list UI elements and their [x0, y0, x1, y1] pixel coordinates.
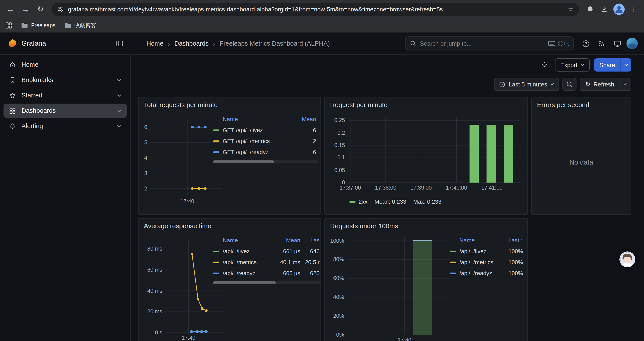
favorite-star-icon[interactable] — [538, 59, 550, 71]
y-axis-label: 40 ms — [141, 288, 162, 294]
time-range-picker[interactable]: Last 5 minutes — [494, 78, 559, 91]
legend-cell: 40.1 ms — [279, 259, 302, 265]
x-axis-label: 17:40:00 — [439, 185, 474, 191]
x-axis-label: 17:40 — [387, 337, 422, 341]
screen: ← → ↻ grafana.mathmast.com/d/deytv4rwava… — [0, 0, 644, 341]
legend-header[interactable]: Last * — [503, 237, 525, 243]
y-axis-label: 3 — [137, 170, 147, 176]
legend-row[interactable]: GET /api/_/livez6 — [213, 125, 318, 136]
sidebar-item-bookmarks[interactable]: Bookmarks — [4, 73, 127, 87]
sidebar-item-starred[interactable]: Starred — [4, 88, 127, 102]
sidebar-item-alerting[interactable]: Alerting — [4, 119, 127, 133]
url-bar[interactable]: grafana.mathmast.com/d/deytv4rwavabkb/fr… — [52, 3, 579, 16]
legend-scrollbar[interactable] — [213, 160, 318, 163]
home-icon — [9, 61, 16, 68]
legend-cell: GET /api/_/readyz — [223, 149, 298, 155]
chevron-down-icon[interactable] — [117, 109, 122, 112]
url-text[interactable]: grafana.mathmast.com/d/deytv4rwavabkb/fr… — [68, 6, 564, 13]
chevron-down-icon — [580, 64, 584, 66]
app-shell: Home Bookmarks Starred — [0, 55, 644, 341]
panel-title[interactable]: Total requests per minute — [138, 97, 320, 108]
legend-series-name[interactable]: 2xx — [358, 198, 367, 205]
help-icon[interactable] — [579, 37, 592, 50]
bookmark-label: Freeleaps — [31, 22, 56, 29]
bookmark-folder-freeleaps[interactable]: Freeleaps — [21, 22, 56, 29]
legend-row[interactable]: /api/_/readyz605 µs620 — [213, 268, 321, 279]
refresh-interval-caret[interactable] — [619, 78, 631, 90]
legend-header[interactable]: Name — [460, 237, 503, 243]
panel-title[interactable]: Requests under 100ms — [325, 219, 528, 229]
legend-header[interactable]: Name — [223, 116, 298, 122]
side-panel-grid-icon[interactable] — [5, 22, 12, 29]
sidebar-item-label: Home — [22, 61, 38, 68]
news-rss-icon[interactable] — [595, 37, 608, 50]
zoom-out-button[interactable] — [562, 78, 576, 91]
legend-row[interactable]: /api/_/metrics40.1 ms20.5 r — [213, 257, 321, 268]
y-axis-label: 0.1 — [326, 155, 345, 161]
user-avatar[interactable] — [626, 38, 638, 49]
y-axis-label: 60% — [325, 275, 344, 281]
bookmark-star-icon[interactable]: ☆ — [568, 5, 574, 13]
breadcrumb-dashboards[interactable]: Dashboards — [174, 40, 208, 47]
browser-menu-icon[interactable]: ⋮ — [627, 3, 640, 16]
legend-row[interactable]: /api/_/readyz100% — [450, 268, 525, 279]
legend-header[interactable]: Las — [302, 237, 321, 243]
legend-cell: 100% — [503, 248, 525, 254]
chevron-down-icon[interactable] — [117, 78, 122, 81]
plot-area — [150, 119, 222, 196]
download-icon[interactable] — [598, 3, 611, 16]
folder-icon — [64, 22, 71, 29]
breadcrumb-home[interactable]: Home — [146, 40, 163, 47]
forward-button[interactable]: → — [18, 2, 32, 16]
search-placeholder: Search or jump to... — [420, 40, 544, 47]
sidebar-toggle-icon[interactable] — [116, 40, 124, 47]
grafana-logo[interactable] — [7, 39, 17, 48]
legend-row[interactable]: GET /api/_/metrics2 — [213, 136, 318, 147]
panel-title[interactable]: Request per minute — [325, 97, 528, 108]
site-settings-icon[interactable] — [57, 6, 64, 13]
legend-cell: /api/_/metrics — [223, 259, 279, 265]
legend-header-row: NameMeanLas — [213, 234, 321, 246]
share-button[interactable]: Share — [594, 58, 631, 72]
legend-scrollbar[interactable] — [213, 281, 321, 284]
legend-row[interactable]: /api/_/livez661 µs646 — [213, 246, 321, 257]
dashboard-actions: Export Share — [131, 58, 644, 72]
chevron-down-icon[interactable] — [117, 124, 122, 128]
back-button[interactable]: ← — [4, 2, 18, 16]
legend-table: NameLast */api/_/livez100%/api/_/metrics… — [450, 234, 525, 279]
search-shortcut: ⌘+k — [548, 40, 569, 47]
legend-row[interactable]: /api/_/livez100% — [450, 246, 525, 257]
y-axis-label: 20 ms — [141, 309, 162, 315]
sidebar-item-home[interactable]: Home — [4, 58, 127, 72]
refresh-button[interactable]: ↻ Refresh — [580, 78, 631, 91]
star-icon — [9, 92, 16, 99]
panel-title[interactable]: Errors per second — [532, 97, 631, 108]
legend-header[interactable]: Mean — [279, 237, 302, 243]
search-input[interactable]: Search or jump to... ⌘+k — [405, 37, 574, 51]
legend-header[interactable]: Name — [223, 237, 279, 243]
legend-cell: 605 µs — [279, 270, 302, 276]
display-icon[interactable] — [611, 37, 624, 50]
y-axis-label: 0% — [325, 332, 344, 338]
legend-row[interactable]: /api/_/metrics100% — [450, 257, 525, 268]
sidebar-item-dashboards[interactable]: Dashboards — [4, 104, 127, 118]
export-button[interactable]: Export — [555, 58, 590, 72]
browser-profile-avatar[interactable] — [613, 4, 625, 15]
scrollbar-thumb[interactable] — [213, 160, 274, 163]
chart-request-per-minute: 0.250.20.150.10.05017:37:0017:38:0017:39… — [348, 117, 521, 183]
chevron-down-icon[interactable] — [117, 94, 122, 97]
legend-row[interactable]: GET /api/_/readyz6 — [213, 147, 318, 158]
chart-total-requests: 6543217:40 — [150, 119, 222, 196]
scrollbar-thumb[interactable] — [213, 281, 276, 284]
extensions-icon[interactable] — [584, 3, 597, 16]
share-dropdown-caret[interactable] — [620, 58, 631, 72]
panel-title[interactable]: Average response time — [138, 219, 320, 229]
series-color-swatch — [213, 151, 219, 153]
legend-header[interactable]: Mean — [298, 116, 318, 122]
legend-cell: 100% — [503, 259, 525, 265]
bookmark-folder-blogs[interactable]: 收藏博客 — [64, 22, 96, 29]
folder-icon — [21, 22, 28, 29]
assistant-avatar[interactable] — [620, 251, 635, 267]
reload-button[interactable]: ↻ — [33, 2, 47, 16]
y-axis-label: 0 s — [141, 329, 162, 336]
